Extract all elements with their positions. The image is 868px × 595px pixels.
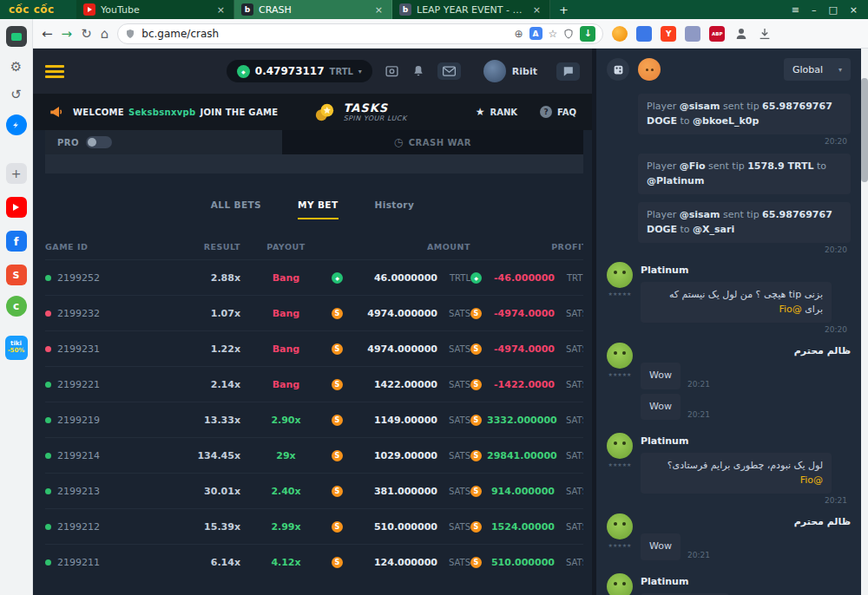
mascot-fox-icon[interactable] — [638, 58, 661, 81]
table-row[interactable]: 2199231 1.22x Bang S4974.000000SATS S-49… — [45, 330, 583, 366]
tab-close-icon[interactable]: × — [215, 4, 227, 16]
welcome-username[interactable]: Seksbsnxvpb — [128, 108, 195, 117]
user-avatar[interactable] — [483, 60, 506, 82]
youtube-shortcut-icon[interactable] — [6, 197, 27, 218]
tab-history[interactable]: History — [375, 199, 415, 219]
game-id[interactable]: 2199232 — [57, 308, 100, 319]
user-avatar[interactable] — [607, 343, 633, 369]
table-row[interactable]: 2199232 1.07x Bang S4974.000000SATS S-49… — [45, 295, 583, 330]
messenger-icon[interactable] — [6, 114, 27, 135]
tab-close-icon[interactable]: × — [531, 4, 542, 16]
extension-icon[interactable] — [685, 26, 700, 42]
tab-my-bet[interactable]: MY BET — [298, 199, 338, 219]
save-download-icon[interactable]: ↓ — [580, 26, 595, 42]
page-scrollbar[interactable] — [861, 49, 868, 595]
chat-toggle-icon[interactable] — [556, 62, 580, 81]
mention-link[interactable]: @Fio — [779, 304, 801, 315]
minimize-button[interactable]: – — [812, 4, 817, 16]
tab-close-icon[interactable]: × — [373, 4, 385, 16]
faq-link[interactable]: ? FAQ — [540, 106, 576, 118]
mention-link[interactable]: @X_sari — [693, 224, 734, 235]
address-bar[interactable]: bc.game/crash ⊕ A ☆ ↓ — [117, 23, 603, 44]
mention-link[interactable]: @sisam — [680, 101, 720, 112]
browser-titlebar: cốc cốc YouTube × b CRASH × b LEAP YEAR … — [0, 0, 868, 19]
mention-link[interactable]: @Fio — [800, 474, 823, 486]
chat-room-selector[interactable]: Global ▾ — [784, 58, 851, 81]
game-id[interactable]: 2199213 — [57, 486, 100, 497]
adblock-extension-icon[interactable]: ABP — [709, 26, 725, 42]
mail-icon[interactable] — [437, 62, 461, 80]
url-text[interactable]: bc.game/crash — [141, 28, 508, 40]
shopee-shortcut-icon[interactable]: S — [6, 265, 27, 285]
hamburger-menu-icon[interactable] — [45, 65, 64, 78]
tiki-promo-icon[interactable]: tiki -50% — [5, 336, 28, 360]
rank-link[interactable]: ★ RANK — [476, 106, 517, 118]
chat-username[interactable]: Platinum — [641, 435, 851, 447]
chat-games-icon[interactable] — [607, 58, 629, 81]
settings-gear-icon[interactable]: ⚙ — [10, 59, 22, 75]
scrollbar-thumb[interactable] — [861, 78, 868, 182]
extension-icon[interactable] — [612, 26, 628, 42]
balance-selector[interactable]: ◆ 0.47973117 TRTL ▾ — [227, 60, 372, 82]
game-id[interactable]: 2199231 — [57, 343, 100, 355]
table-row[interactable]: 2199211 6.14x 4.12x S124.000000SATS S510… — [45, 544, 583, 579]
table-row[interactable]: 2199213 30.01x 2.40x S381.000000SATS S91… — [45, 473, 583, 508]
tasks-link[interactable]: TASKS SPIN YOUR LUCK — [313, 101, 406, 122]
bookmark-star-icon[interactable]: ☆ — [549, 28, 558, 40]
notifications-bell-icon[interactable] — [411, 64, 425, 78]
security-shield-icon[interactable] — [563, 29, 574, 39]
user-avatar[interactable] — [607, 433, 633, 459]
new-tab-button[interactable]: + — [550, 3, 577, 16]
coccoc-logo-icon[interactable]: c — [6, 296, 27, 317]
history-icon[interactable]: ↺ — [10, 87, 22, 102]
chat-messages[interactable]: Player @sisam sent tip 65.98769767 DOGE … — [596, 90, 861, 595]
user-avatar[interactable] — [607, 573, 633, 595]
chat-username[interactable]: Platinum — [641, 576, 851, 587]
mention-link[interactable]: @Platinum — [647, 175, 704, 186]
back-icon[interactable]: ← — [42, 26, 53, 42]
chat-username[interactable]: ظالم محترم — [641, 345, 851, 356]
pro-toggle[interactable] — [86, 136, 112, 148]
table-row[interactable]: 2199212 15.39x 2.99x S510.000000SATS S15… — [45, 508, 583, 544]
tab-crash-active[interactable]: b CRASH × — [234, 0, 392, 19]
game-id[interactable]: 2199221 — [57, 379, 100, 390]
header-username[interactable]: Ribit — [512, 66, 537, 77]
result-cell: 30.01x — [167, 486, 240, 497]
game-id[interactable]: 2199219 — [57, 415, 100, 426]
extension-icon[interactable] — [636, 26, 652, 42]
chat-username[interactable]: Platinum — [641, 265, 851, 276]
translate-icon[interactable]: A — [529, 27, 542, 40]
game-id[interactable]: 2199252 — [57, 272, 100, 284]
yandex-extension-icon[interactable]: Y — [661, 26, 676, 42]
game-id[interactable]: 2199212 — [57, 521, 100, 533]
tab-all-bets[interactable]: ALL BETS — [211, 199, 261, 219]
tab-leap-year-event[interactable]: b LEAP YEAR EVENT - 🔥Event × — [392, 0, 550, 19]
chat-username[interactable]: ظالم محترم — [641, 516, 851, 527]
profile-icon[interactable] — [733, 26, 749, 42]
table-row[interactable]: 2199221 2.14x Bang S1422.00000SATS S-142… — [45, 366, 583, 402]
vault-icon[interactable] — [385, 64, 399, 79]
game-id[interactable]: 2199214 — [57, 450, 100, 461]
maximize-button[interactable]: □ — [828, 4, 837, 16]
zoom-icon[interactable]: ⊕ — [514, 28, 523, 40]
table-row[interactable]: 2199219 13.33x 2.90x S1149.00000SATS S33… — [45, 402, 583, 437]
forward-icon[interactable]: → — [62, 26, 73, 42]
reload-icon[interactable]: ↻ — [81, 26, 92, 42]
table-row[interactable]: 2199252 2.88x Bang ◆46.0000000TRTL ◆-46.… — [45, 259, 583, 295]
tab-youtube[interactable]: YouTube × — [76, 0, 234, 19]
user-avatar[interactable] — [607, 262, 633, 288]
mention-link[interactable]: @sisam — [680, 209, 720, 220]
table-row[interactable]: 2199214 134.45x 29x S1029.00000SATS S298… — [45, 437, 583, 473]
home-icon[interactable]: ⌂ — [101, 26, 109, 42]
game-id[interactable]: 2199211 — [57, 557, 100, 568]
pc-mobile-sync-icon[interactable] — [6, 26, 27, 47]
downloads-tray-icon[interactable] — [758, 27, 772, 41]
facebook-shortcut-icon[interactable]: f — [6, 231, 27, 252]
browser-menu-icon[interactable]: ≡ — [792, 4, 799, 16]
add-shortcut-icon[interactable]: + — [6, 163, 27, 184]
user-avatar[interactable] — [607, 513, 633, 539]
close-window-button[interactable]: × — [850, 4, 858, 16]
mention-link[interactable]: @Fio — [680, 160, 706, 172]
mention-link[interactable]: @bkoeL_k0p — [693, 115, 759, 127]
profit-value: -4974.0000 — [487, 343, 555, 355]
